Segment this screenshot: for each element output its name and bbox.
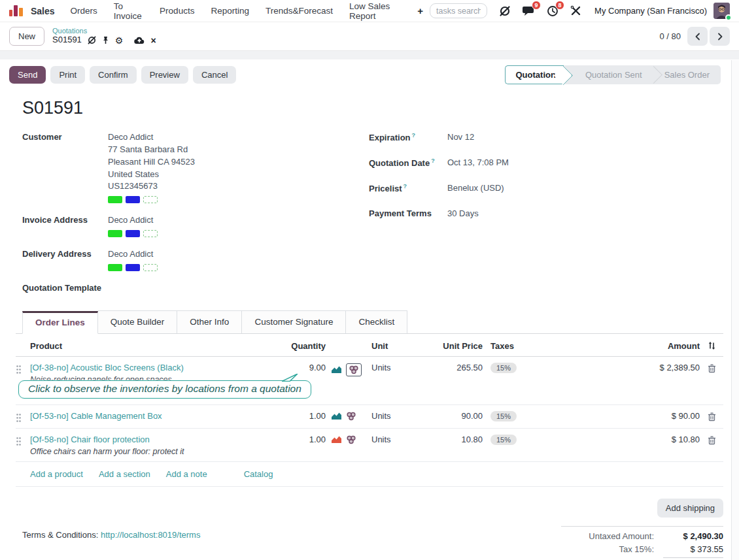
- pin-icon[interactable]: [102, 36, 109, 44]
- col-unit-price: Unit Price: [424, 341, 483, 351]
- help-icon: ?: [404, 183, 407, 189]
- inventory-by-location-icon[interactable]: [346, 412, 356, 421]
- optional-columns-icon[interactable]: [700, 341, 723, 350]
- pager-previous-button[interactable]: [687, 27, 708, 46]
- empty-tag-swatch[interactable]: [143, 196, 158, 203]
- payment-terms-value[interactable]: 30 Days: [447, 208, 479, 220]
- blue-tag-swatch[interactable]: [126, 230, 140, 237]
- tools-icon[interactable]: [570, 5, 581, 16]
- pager-next-button[interactable]: [710, 27, 730, 46]
- discard-icon[interactable]: ×: [150, 35, 156, 46]
- quotation-template-label: Quotation Template: [22, 282, 127, 293]
- delete-line-icon[interactable]: [700, 411, 723, 421]
- tab-order-lines[interactable]: Order Lines: [22, 311, 98, 334]
- quotation-date-value[interactable]: Oct 13, 7:08 PM: [447, 157, 509, 169]
- green-tag-swatch[interactable]: [108, 264, 122, 271]
- drag-handle-icon[interactable]: [16, 411, 30, 423]
- quantity-cell[interactable]: 1.00: [284, 435, 326, 444]
- menu-low-sales-report[interactable]: Low Sales Report: [349, 1, 401, 21]
- sales-app-icon[interactable]: [9, 5, 23, 16]
- cloud-save-icon[interactable]: [134, 37, 145, 44]
- loop-icon[interactable]: [499, 5, 511, 17]
- catalog-link[interactable]: Catalog: [244, 469, 273, 479]
- quantity-cell[interactable]: 9.00: [284, 363, 326, 372]
- tax-badge[interactable]: 15%: [490, 411, 517, 421]
- inventory-by-location-icon[interactable]: [346, 435, 356, 444]
- stage-sales-order[interactable]: Sales Order: [653, 65, 721, 84]
- drag-handle-icon[interactable]: [16, 363, 30, 374]
- add-product-link[interactable]: Add a product: [30, 469, 83, 479]
- chat-bubble-icon[interactable]: 9: [523, 5, 535, 16]
- blue-tag-swatch[interactable]: [126, 264, 140, 271]
- add-section-link[interactable]: Add a section: [99, 469, 150, 479]
- add-shipping-button[interactable]: Add shipping: [657, 499, 723, 518]
- tab-other-info[interactable]: Other Info: [177, 310, 242, 333]
- quantity-cell[interactable]: 1.00: [284, 411, 326, 421]
- customer-name[interactable]: Deco Addict: [108, 131, 195, 144]
- onboarding-tooltip-text: Click to observe the inventories by loca…: [28, 383, 301, 394]
- unit-price-cell[interactable]: 90.00: [424, 411, 483, 421]
- preview-button[interactable]: Preview: [141, 66, 188, 84]
- menu-to-invoice[interactable]: To Invoice: [114, 1, 143, 21]
- unit-cell[interactable]: Units: [364, 411, 424, 421]
- untaxed-amount-row: Untaxed Amount: $ 2,490.30: [561, 531, 723, 541]
- unit-cell[interactable]: Units: [364, 435, 424, 444]
- unit-cell[interactable]: Units: [364, 363, 424, 372]
- logo-bar-3: [19, 8, 23, 16]
- green-tag-swatch[interactable]: [108, 230, 122, 237]
- tab-quote-builder[interactable]: Quote Builder: [98, 310, 178, 333]
- tasks-search-input[interactable]: [430, 3, 487, 18]
- forecast-chart-icon[interactable]: [331, 365, 342, 374]
- add-note-link[interactable]: Add a note: [166, 469, 207, 479]
- blue-tag-swatch[interactable]: [126, 196, 140, 203]
- invoice-address-name[interactable]: Deco Addict: [108, 214, 158, 227]
- forecast-chart-icon[interactable]: [331, 412, 342, 420]
- send-button[interactable]: Send: [9, 66, 46, 84]
- unit-price-cell[interactable]: 265.50: [424, 363, 483, 372]
- forecast-chart-icon-warning[interactable]: [331, 435, 342, 444]
- onboarding-tooltip: Click to observe the inventories by loca…: [18, 380, 311, 399]
- app-name[interactable]: Sales: [31, 6, 55, 16]
- tax-badge[interactable]: 15%: [490, 363, 517, 373]
- gear-icon[interactable]: ⚙: [115, 35, 124, 46]
- menu-products[interactable]: Products: [160, 6, 194, 16]
- delivery-address-name[interactable]: Deco Addict: [108, 248, 158, 261]
- product-link[interactable]: [Of-58-no] Chair floor protection: [30, 435, 150, 444]
- delete-line-icon[interactable]: [700, 363, 723, 373]
- menu-orders[interactable]: Orders: [71, 6, 97, 16]
- stage-quotation[interactable]: Quotation: [505, 65, 564, 84]
- cancel-button[interactable]: Cancel: [193, 66, 236, 84]
- empty-tag-swatch[interactable]: [143, 264, 158, 271]
- breadcrumb-current-record: S01591: [52, 35, 82, 45]
- breadcrumb: Quotations S01591 ⚙ ×: [52, 27, 156, 46]
- green-tag-swatch[interactable]: [108, 196, 122, 203]
- company-switcher[interactable]: My Company (San Francisco): [594, 6, 707, 16]
- pricelist-value[interactable]: Benelux (USD): [447, 182, 504, 195]
- scrollbar-track[interactable]: [731, 60, 739, 560]
- unit-price-cell[interactable]: 10.80: [424, 435, 483, 444]
- expiration-value[interactable]: Nov 12: [447, 131, 474, 144]
- tab-checklist[interactable]: Checklist: [346, 310, 407, 333]
- delete-line-icon[interactable]: [700, 435, 723, 445]
- terms-link[interactable]: http://localhost:8019/terms: [101, 530, 200, 540]
- breadcrumb-quotations-link[interactable]: Quotations: [52, 27, 156, 35]
- menu-reporting[interactable]: Reporting: [211, 6, 249, 16]
- menu-trends-forecast[interactable]: Trends&Forecast: [266, 6, 333, 16]
- tax-badge[interactable]: 15%: [490, 435, 517, 445]
- stage-quotation-sent[interactable]: Quotation Sent: [574, 65, 653, 84]
- tab-customer-signature[interactable]: Customer Signature: [242, 310, 346, 333]
- confirm-button[interactable]: Confirm: [90, 66, 137, 84]
- invoice-address-field: Invoice Address Deco Addict: [22, 214, 369, 237]
- drag-handle-icon[interactable]: [16, 435, 30, 446]
- plus-icon[interactable]: +: [417, 5, 423, 16]
- user-avatar[interactable]: [713, 3, 730, 19]
- inventory-by-location-icon[interactable]: [346, 363, 362, 376]
- product-link[interactable]: [Of-38-no] Acoustic Bloc Screens (Black): [30, 363, 184, 372]
- loop-icon[interactable]: [88, 36, 96, 44]
- totals-block: Add shipping Untaxed Amount: $ 2,490.30 …: [561, 499, 723, 560]
- product-link[interactable]: [Of-53-no] Cable Management Box: [30, 411, 162, 421]
- empty-tag-swatch[interactable]: [143, 230, 158, 237]
- clock-icon[interactable]: 8: [547, 5, 559, 17]
- print-button[interactable]: Print: [50, 66, 85, 84]
- new-button[interactable]: New: [9, 27, 44, 46]
